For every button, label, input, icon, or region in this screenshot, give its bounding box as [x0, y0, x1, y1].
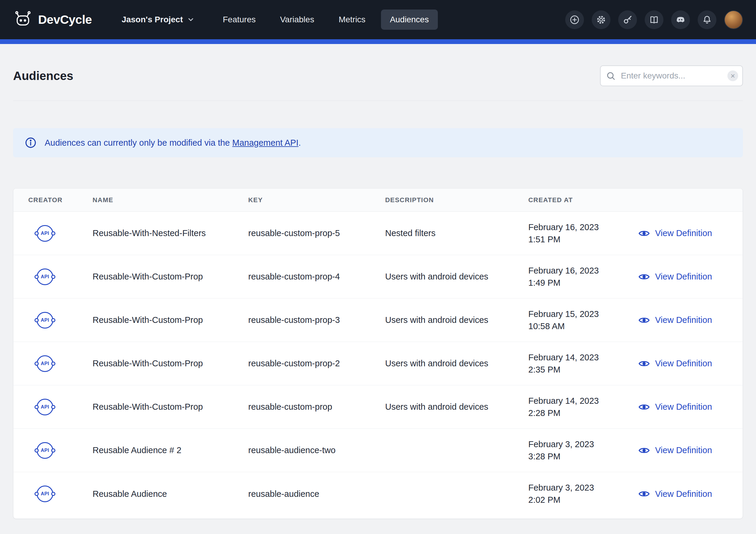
table-row: API Reusable-With-Nested-Filters reusabl…: [14, 212, 742, 255]
search-input[interactable]: [600, 65, 743, 86]
creator-cell: API: [28, 399, 93, 415]
devcycle-logo-icon: [13, 10, 33, 29]
info-banner: Audiences can currently only be modified…: [13, 128, 743, 157]
description-cell: Users with android devices: [385, 402, 528, 412]
settings-button[interactable]: [592, 11, 610, 29]
accent-bar: [0, 39, 756, 44]
creator-cell: API: [28, 268, 93, 285]
main-content: Audiences × Audiences can currently only…: [0, 65, 756, 519]
info-icon: [24, 137, 37, 149]
api-creator-icon: API: [37, 399, 53, 415]
view-definition-label: View Definition: [655, 402, 712, 412]
page-header: Audiences ×: [13, 65, 743, 86]
view-definition-button[interactable]: View Definition: [638, 401, 731, 413]
table-row: API Reusable Audience reusable-audience …: [14, 472, 742, 516]
created-time: 3:28 PM: [528, 450, 638, 463]
name-cell: Reusable-With-Custom-Prop: [93, 359, 248, 369]
notifications-button[interactable]: [698, 11, 716, 29]
banner-suffix: .: [299, 138, 301, 147]
view-definition-label: View Definition: [655, 445, 712, 455]
col-header-description: DESCRIPTION: [385, 196, 528, 204]
api-creator-icon: API: [37, 312, 53, 329]
view-definition-button[interactable]: View Definition: [638, 314, 731, 326]
docs-button[interactable]: [645, 11, 663, 29]
info-banner-text: Audiences can currently only be modified…: [45, 138, 301, 148]
view-definition-button[interactable]: View Definition: [638, 488, 731, 500]
view-definition-label: View Definition: [655, 272, 712, 282]
view-definition-button[interactable]: View Definition: [638, 444, 731, 457]
api-creator-icon: API: [37, 355, 53, 372]
primary-nav: Features Variables Metrics Audiences: [214, 10, 438, 30]
key-cell: reusable-custom-prop-4: [248, 272, 385, 282]
eye-icon: [638, 357, 650, 370]
name-cell: Reusable Audience # 2: [93, 445, 248, 455]
project-selector-dropdown[interactable]: Jason's Project: [122, 15, 195, 24]
table-header: CREATOR NAME KEY DESCRIPTION CREATED AT: [14, 189, 742, 212]
nav-tab-variables[interactable]: Variables: [271, 10, 323, 30]
creator-cell: API: [28, 442, 93, 459]
created-date: February 16, 2023: [528, 265, 638, 277]
key-cell: reusable-custom-prop-3: [248, 315, 385, 325]
search-icon: [606, 71, 615, 81]
created-at-cell: February 3, 2023 3:28 PM: [528, 438, 638, 463]
created-time: 2:28 PM: [528, 407, 638, 419]
creator-cell: API: [28, 225, 93, 242]
audiences-table: CREATOR NAME KEY DESCRIPTION CREATED AT …: [13, 188, 743, 519]
nav-tab-features[interactable]: Features: [214, 10, 265, 30]
created-date: February 14, 2023: [528, 395, 638, 407]
eye-icon: [638, 270, 650, 283]
chevron-down-icon: [187, 16, 195, 23]
created-date: February 3, 2023: [528, 438, 638, 450]
view-definition-label: View Definition: [655, 315, 712, 325]
key-cell: reusable-custom-prop: [248, 402, 385, 412]
brand[interactable]: DevCycle: [13, 10, 92, 29]
created-at-cell: February 3, 2023 2:02 PM: [528, 482, 638, 506]
view-definition-label: View Definition: [655, 228, 712, 238]
name-cell: Reusable Audience: [93, 489, 248, 499]
col-header-creator: CREATOR: [28, 196, 93, 204]
user-avatar[interactable]: [724, 11, 743, 29]
project-selector-label: Jason's Project: [122, 15, 183, 24]
top-navbar: DevCycle Jason's Project Features Variab…: [0, 0, 756, 39]
creator-cell: API: [28, 486, 93, 502]
navbar-actions: [565, 11, 743, 29]
nav-tab-metrics[interactable]: Metrics: [330, 10, 374, 30]
api-keys-button[interactable]: [618, 11, 637, 29]
create-button[interactable]: [565, 11, 584, 29]
table-row: API Reusable-With-Custom-Prop reusable-c…: [14, 255, 742, 298]
creator-cell: API: [28, 312, 93, 329]
created-at-cell: February 14, 2023 2:28 PM: [528, 395, 638, 419]
eye-icon: [638, 401, 650, 413]
view-definition-button[interactable]: View Definition: [638, 227, 731, 240]
created-time: 1:49 PM: [528, 277, 638, 289]
key-cell: reusable-audience-two: [248, 445, 385, 455]
description-cell: Users with android devices: [385, 272, 528, 282]
management-api-link[interactable]: Management API: [232, 138, 298, 147]
table-row: API Reusable-With-Custom-Prop reusable-c…: [14, 298, 742, 342]
api-badge-label: API: [41, 491, 49, 496]
view-definition-button[interactable]: View Definition: [638, 357, 731, 370]
created-time: 2:02 PM: [528, 494, 638, 506]
table-row: API Reusable Audience # 2 reusable-audie…: [14, 429, 742, 472]
api-badge-label: API: [41, 274, 49, 279]
created-date: February 3, 2023: [528, 482, 638, 494]
view-definition-label: View Definition: [655, 489, 712, 499]
clear-search-button[interactable]: ×: [727, 70, 738, 81]
name-cell: Reusable-With-Nested-Filters: [93, 228, 248, 238]
description-cell: Nested filters: [385, 228, 528, 238]
eye-icon: [638, 444, 650, 457]
book-icon: [649, 14, 659, 25]
api-creator-icon: API: [37, 486, 53, 502]
created-date: February 16, 2023: [528, 221, 638, 233]
api-badge-label: API: [41, 404, 49, 410]
created-time: 2:35 PM: [528, 364, 638, 376]
created-time: 1:51 PM: [528, 233, 638, 245]
name-cell: Reusable-With-Custom-Prop: [93, 402, 248, 412]
discord-button[interactable]: [671, 11, 690, 29]
view-definition-button[interactable]: View Definition: [638, 270, 731, 283]
api-badge-label: API: [41, 361, 49, 366]
nav-tab-audiences[interactable]: Audiences: [381, 10, 438, 30]
api-creator-icon: API: [37, 268, 53, 285]
eye-icon: [638, 488, 650, 500]
name-cell: Reusable-With-Custom-Prop: [93, 272, 248, 282]
